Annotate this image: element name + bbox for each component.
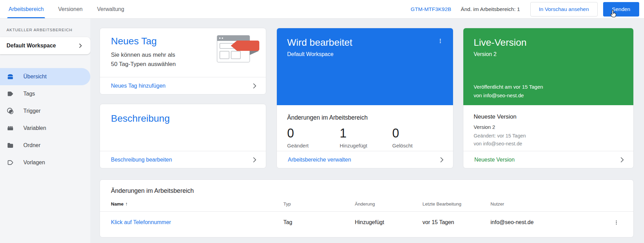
editing-card-menu-button[interactable] xyxy=(435,36,445,46)
workspace-editing-card: Wird bearbeitet Default Workspace Änderu… xyxy=(276,28,453,168)
latest-author: von info@seo-nest.de xyxy=(474,140,625,148)
row-name-link[interactable]: Klick auf Telefonnummer xyxy=(111,219,283,225)
variables-icon xyxy=(6,124,14,132)
sidebar-nav: Übersicht Tags Trigger xyxy=(0,68,90,171)
sidebar-item-label: Vorlagen xyxy=(23,159,45,166)
trigger-icon xyxy=(6,107,14,115)
column-header-name[interactable]: Name↑ xyxy=(111,201,283,207)
latest-version-link[interactable]: Neueste Version xyxy=(474,157,515,163)
stat-value: 0 xyxy=(392,126,445,141)
stat-label: Gelöscht xyxy=(392,143,445,148)
container-id-link[interactable]: GTM-MTF3K92B xyxy=(411,6,451,12)
stat-label: Hinzugefügt xyxy=(340,143,392,148)
latest-version-number: Version 2 xyxy=(474,124,625,130)
stat-value: 0 xyxy=(287,126,340,141)
kebab-menu-icon xyxy=(613,220,619,225)
chevron-right-icon[interactable] xyxy=(618,156,626,164)
row-menu-button[interactable] xyxy=(611,217,621,228)
chevron-right-icon[interactable] xyxy=(251,156,258,164)
topbar-actions: GTM-MTF3K92B Änd. im Arbeitsbereich: 1 I… xyxy=(411,2,644,16)
stat-label: Geändert xyxy=(287,143,340,148)
sidebar-item-label: Übersicht xyxy=(23,74,47,80)
live-version-title: Live-Version xyxy=(474,37,625,48)
sidebar-item-label: Trigger xyxy=(23,108,41,114)
kebab-menu-icon xyxy=(437,38,443,44)
stat-added: 1 Hinzugefügt xyxy=(340,126,392,148)
workspace-changes-count: Änd. im Arbeitsbereich: 1 xyxy=(461,6,520,12)
new-tag-card: Neues Tag Sie können aus mehr als 50 Tag… xyxy=(100,28,266,95)
stat-value: 1 xyxy=(340,126,392,141)
live-version-number: Version 2 xyxy=(474,51,625,57)
overview-icon xyxy=(6,73,14,81)
published-info: Veröffentlicht am vor 15 Tagen von info@… xyxy=(474,82,543,100)
workspace-changes-title: Änderungen im Arbeitsbereich xyxy=(287,114,445,121)
sidebar-item-tags[interactable]: Tags xyxy=(0,85,90,102)
folder-icon xyxy=(6,141,14,150)
table-row: Klick auf Telefonnummer Tag Hinzugefügt … xyxy=(100,212,633,233)
chevron-right-icon[interactable] xyxy=(251,82,258,90)
row-typ: Tag xyxy=(283,219,355,225)
templates-icon xyxy=(6,158,14,167)
main-tabs: Arbeitsbereich Versionen Verwaltung xyxy=(9,0,139,18)
current-workspace-label: AKTUELLER ARBEITSBEREICH xyxy=(7,28,90,32)
description-card: Beschreibung Beschreibung bearbeiten xyxy=(100,104,266,168)
tab-verwaltung[interactable]: Verwaltung xyxy=(97,0,124,18)
column-header-typ[interactable]: Typ xyxy=(283,201,355,207)
sidebar-item-label: Tags xyxy=(23,91,35,97)
row-aenderung: Hinzugefügt xyxy=(355,219,422,225)
latest-modified: Geändert: vor 15 Tagen xyxy=(474,132,625,140)
column-header-aenderung[interactable]: Änderung xyxy=(355,201,422,207)
description-title: Beschreibung xyxy=(111,113,258,124)
stat-modified: 0 Geändert xyxy=(287,126,340,148)
tab-label: Versionen xyxy=(58,6,82,12)
stat-deleted: 0 Gelöscht xyxy=(392,126,445,148)
tag-icon xyxy=(6,90,14,98)
table-title: Änderungen im Arbeitsbereich xyxy=(100,180,633,195)
sidebar-item-vorlagen[interactable]: Vorlagen xyxy=(0,154,90,171)
sort-ascending-icon: ↑ xyxy=(125,201,128,207)
row-nutzer: info@seo-nest.de xyxy=(490,219,608,225)
edit-description-link[interactable]: Beschreibung bearbeiten xyxy=(111,157,172,163)
workspace-changes-table-card: Änderungen im Arbeitsbereich Name↑ Typ Ä… xyxy=(100,179,634,238)
table-header-row: Name↑ Typ Änderung Letzte Bearbeitung Nu… xyxy=(100,196,633,212)
manage-workspaces-link[interactable]: Arbeitsbereiche verwalten xyxy=(288,157,351,163)
workspace-stats: 0 Geändert 1 Hinzugefügt 0 Gelöscht xyxy=(287,126,445,148)
gtm-workspace-page: Arbeitsbereich Versionen Verwaltung GTM-… xyxy=(0,0,644,243)
chevron-right-icon xyxy=(77,43,83,49)
column-header-letzte-bearbeitung[interactable]: Letzte Bearbeitung xyxy=(422,201,490,207)
chevron-right-icon[interactable] xyxy=(438,156,445,164)
top-bar: Arbeitsbereich Versionen Verwaltung GTM-… xyxy=(0,0,644,19)
sidebar-item-uebersicht[interactable]: Übersicht xyxy=(0,68,90,85)
workspace-selector[interactable]: Default Workspace xyxy=(0,37,90,54)
column-header-nutzer[interactable]: Nutzer xyxy=(490,201,608,207)
sidebar-item-ordner[interactable]: Ordner xyxy=(0,137,90,154)
published-author: von info@seo-nest.de xyxy=(474,91,543,100)
workspace-name: Default Workspace xyxy=(7,43,56,49)
editing-title: Wird bearbeitet xyxy=(287,37,445,48)
submit-button[interactable]: Senden xyxy=(603,2,639,16)
tab-versionen[interactable]: Versionen xyxy=(58,0,82,18)
sidebar-item-label: Ordner xyxy=(23,142,41,148)
tab-label: Verwaltung xyxy=(97,6,124,12)
editing-workspace-name: Default Workspace xyxy=(287,51,445,57)
row-letzte-bearbeitung: vor 15 Tagen xyxy=(422,219,490,225)
published-date: Veröffentlicht am vor 15 Tagen xyxy=(474,82,543,91)
sidebar-item-trigger[interactable]: Trigger xyxy=(0,102,90,120)
add-new-tag-link[interactable]: Neues Tag hinzufügen xyxy=(111,83,166,89)
browser-tag-illustration xyxy=(216,34,262,63)
sidebar-item-label: Variablen xyxy=(23,125,46,131)
latest-version-title: Neueste Version xyxy=(474,113,625,120)
sidebar-item-variablen[interactable]: Variablen xyxy=(0,120,90,137)
editing-card-header: Wird bearbeitet Default Workspace xyxy=(277,28,453,105)
live-version-header: Live-Version Version 2 Veröffentlicht am… xyxy=(463,28,633,105)
tab-label: Arbeitsbereich xyxy=(9,6,44,12)
preview-button[interactable]: In Vorschau ansehen xyxy=(530,2,598,16)
tab-arbeitsbereich[interactable]: Arbeitsbereich xyxy=(9,0,44,18)
sidebar: AKTUELLER ARBEITSBEREICH Default Workspa… xyxy=(0,19,90,243)
main-content: Neues Tag Sie können aus mehr als 50 Tag… xyxy=(90,19,644,243)
live-version-card: Live-Version Version 2 Veröffentlicht am… xyxy=(463,28,634,168)
